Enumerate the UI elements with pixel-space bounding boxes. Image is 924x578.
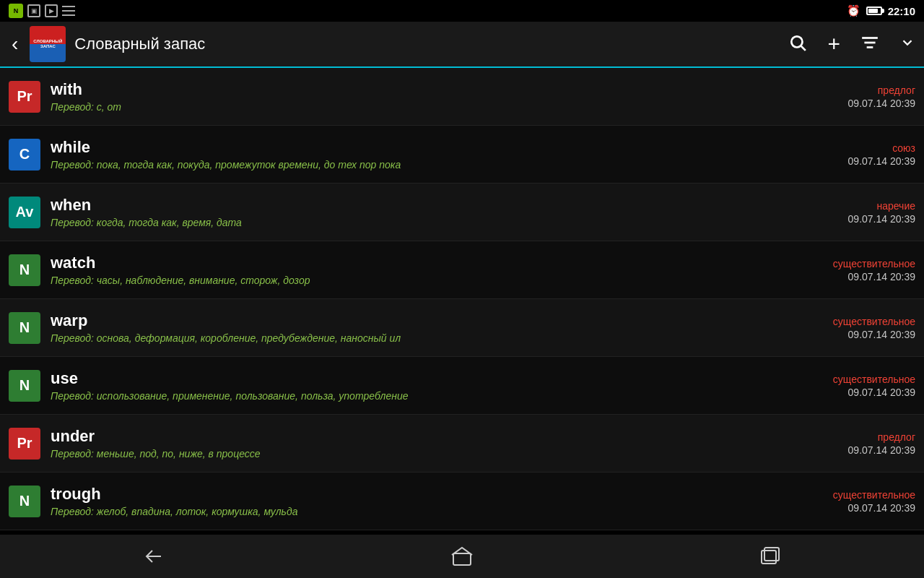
time-display: 22:10 <box>888 5 915 17</box>
word-pos: предлог <box>878 85 915 96</box>
back-nav-button[interactable] <box>122 540 186 572</box>
word-content: watch Перевод: часы, наблюдение, внимани… <box>51 247 746 293</box>
word-badge: N <box>9 486 40 517</box>
svg-rect-6 <box>453 553 471 565</box>
word-pos: существительное <box>833 258 915 269</box>
word-translation: Перевод: основа, деформация, коробление,… <box>51 332 746 344</box>
word-date: 09.07.14 20:39 <box>848 502 915 514</box>
word-list: Pr with Перевод: с, от предлог 09.07.14 … <box>0 68 924 530</box>
word-badge: Pr <box>9 428 40 460</box>
home-nav-button[interactable] <box>430 539 494 574</box>
word-meta: существительное 09.07.14 20:39 <box>757 305 915 350</box>
add-button[interactable]: + <box>827 32 840 56</box>
back-button[interactable]: ‹ <box>9 33 21 56</box>
logo-text: СЛОВАРНЫЙЗАПАС <box>33 39 62 48</box>
word-translation: Перевод: пока, тогда как, покуда, промеж… <box>51 159 746 171</box>
bars-icon <box>62 6 75 16</box>
word-content: with Перевод: с, от <box>51 74 746 119</box>
word-meta: существительное 09.07.14 20:39 <box>757 363 915 408</box>
word-badge: N <box>9 370 40 402</box>
word-date: 09.07.14 20:39 <box>848 271 915 282</box>
word-translation: Перевод: с, от <box>51 101 746 113</box>
list-item[interactable]: C while Перевод: пока, тогда как, покуда… <box>0 126 924 184</box>
list-item[interactable]: Pr under Перевод: меньше, под, по, ниже,… <box>0 415 924 473</box>
word-content: warp Перевод: основа, деформация, коробл… <box>51 305 746 350</box>
word-badge: Av <box>9 197 40 228</box>
word-pos: наречие <box>876 200 915 212</box>
word-date: 09.07.14 20:39 <box>848 387 915 398</box>
word-badge: N <box>9 254 40 286</box>
status-left-icons: N ▣ ▶ <box>9 4 75 18</box>
bottom-nav <box>0 535 924 578</box>
word-date: 09.07.14 20:39 <box>848 98 915 109</box>
word-meta: предлог 09.07.14 20:39 <box>757 74 915 119</box>
word-text: use <box>51 369 746 388</box>
word-text: while <box>51 138 746 157</box>
word-translation: Перевод: использование, применение, поль… <box>51 390 746 402</box>
dropdown-button[interactable] <box>899 35 915 53</box>
word-badge: N <box>9 312 40 344</box>
word-date: 09.07.14 20:39 <box>848 155 915 167</box>
word-text: under <box>51 427 746 446</box>
word-meta: союз 09.07.14 20:39 <box>757 131 915 177</box>
word-date: 09.07.14 20:39 <box>848 329 915 340</box>
svg-point-0 <box>792 36 803 47</box>
word-meta: предлог 09.07.14 20:39 <box>757 420 915 466</box>
play-icon: ▶ <box>45 4 58 17</box>
word-text: warp <box>51 311 746 330</box>
list-item[interactable]: Av when Перевод: когда, тогда как, время… <box>0 184 924 241</box>
word-date: 09.07.14 20:39 <box>848 213 915 225</box>
app-bar: ‹ СЛОВАРНЫЙЗАПАС Словарный запас + <box>0 22 924 68</box>
word-pos: предлог <box>878 431 915 443</box>
word-meta: существительное 09.07.14 20:39 <box>757 478 915 524</box>
list-item[interactable]: Pr with Перевод: с, от предлог 09.07.14 … <box>0 68 924 126</box>
word-translation: Перевод: часы, наблюдение, внимание, сто… <box>51 275 746 286</box>
status-bar: N ▣ ▶ ⏰ 22:10 <box>0 0 924 22</box>
app-title: Словарный запас <box>74 35 780 53</box>
list-item[interactable]: N trough Перевод: желоб, впадина, лоток,… <box>0 473 924 530</box>
app-logo: СЛОВАРНЫЙЗАПАС <box>30 26 66 62</box>
battery-icon <box>866 7 882 15</box>
search-button[interactable] <box>788 33 807 55</box>
nvidia-icon: N <box>9 4 23 18</box>
list-item[interactable]: N warp Перевод: основа, деформация, коро… <box>0 299 924 357</box>
word-content: use Перевод: использование, применение, … <box>51 363 746 408</box>
word-content: when Перевод: когда, тогда как, время, д… <box>51 189 746 235</box>
list-item[interactable]: N watch Перевод: часы, наблюдение, внима… <box>0 241 924 299</box>
list-item[interactable]: N use Перевод: использование, применение… <box>0 357 924 415</box>
word-text: with <box>51 80 746 99</box>
app-bar-actions: + <box>788 32 915 56</box>
word-content: while Перевод: пока, тогда как, покуда, … <box>51 131 746 177</box>
word-text: trough <box>51 485 746 504</box>
word-pos: существительное <box>833 489 915 501</box>
word-content: under Перевод: меньше, под, по, ниже, в … <box>51 420 746 466</box>
status-right-icons: ⏰ 22:10 <box>847 4 915 17</box>
word-pos: существительное <box>833 374 915 385</box>
word-translation: Перевод: когда, тогда как, время, дата <box>51 217 746 228</box>
filter-button[interactable] <box>860 35 879 53</box>
recents-nav-button[interactable] <box>738 539 802 574</box>
alarm-icon: ⏰ <box>847 4 860 17</box>
word-pos: союз <box>892 142 915 154</box>
word-text: watch <box>51 254 746 272</box>
svg-line-1 <box>801 46 806 51</box>
word-meta: существительное 09.07.14 20:39 <box>757 247 915 293</box>
word-badge: C <box>9 139 40 171</box>
word-badge: Pr <box>9 81 40 113</box>
word-translation: Перевод: меньше, под, по, ниже, в процес… <box>51 448 746 460</box>
word-meta: наречие 09.07.14 20:39 <box>757 189 915 235</box>
word-text: when <box>51 196 746 215</box>
word-pos: существительное <box>833 316 915 327</box>
shield-icon: ▣ <box>27 4 40 17</box>
word-date: 09.07.14 20:39 <box>848 444 915 456</box>
word-translation: Перевод: желоб, впадина, лоток, кормушка… <box>51 506 746 517</box>
word-content: trough Перевод: желоб, впадина, лоток, к… <box>51 478 746 524</box>
